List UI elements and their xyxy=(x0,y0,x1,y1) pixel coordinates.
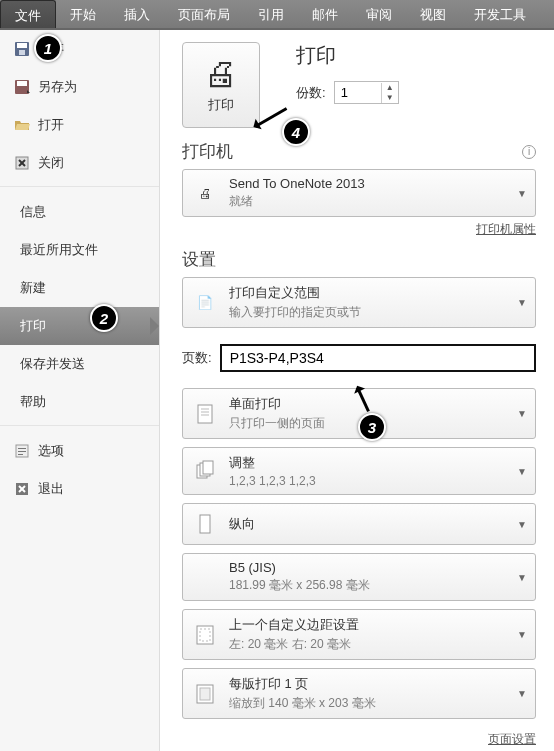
pages-input[interactable] xyxy=(220,344,536,372)
ribbon-tab-dev[interactable]: 开发工具 xyxy=(460,0,540,28)
range-sub: 输入要打印的指定页或节 xyxy=(229,304,507,321)
sidebar-item-label: 帮助 xyxy=(20,393,46,411)
paper-selector[interactable]: B5 (JIS) 181.99 毫米 x 256.98 毫米 ▼ xyxy=(182,553,536,601)
printer-icon: 🖨 xyxy=(204,56,238,90)
pages-per-sheet-icon xyxy=(191,680,219,708)
chevron-down-icon: ▼ xyxy=(517,688,527,699)
sidebar-item-saveas[interactable]: 另存为 xyxy=(0,68,159,106)
ribbon-tab-mail[interactable]: 邮件 xyxy=(298,0,352,28)
ribbon-tab-file[interactable]: 文件 xyxy=(0,0,56,28)
printer-small-icon: 🖨 xyxy=(191,179,219,207)
callout-4: 4 xyxy=(282,118,310,146)
print-range-selector[interactable]: 📄 打印自定义范围 输入要打印的指定页或节 ▼ xyxy=(182,277,536,328)
callout-3: 3 xyxy=(358,413,386,441)
svg-rect-2 xyxy=(19,50,25,55)
pages-label: 页数: xyxy=(182,349,212,367)
callout-1: 1 xyxy=(34,34,62,62)
collate-title: 调整 xyxy=(229,454,507,472)
ribbon: 文件 开始 插入 页面布局 引用 邮件 审阅 视图 开发工具 xyxy=(0,0,554,30)
ribbon-tab-review[interactable]: 审阅 xyxy=(352,0,406,28)
single-side-icon xyxy=(191,400,219,428)
scale-selector[interactable]: 每版打印 1 页 缩放到 140 毫米 x 203 毫米 ▼ xyxy=(182,668,536,719)
sidebar-item-label: 退出 xyxy=(38,480,64,498)
sidebar-item-exit[interactable]: 退出 xyxy=(0,470,159,508)
chevron-down-icon: ▼ xyxy=(517,297,527,308)
ribbon-tab-home[interactable]: 开始 xyxy=(56,0,110,28)
sidebar-item-label: 信息 xyxy=(20,203,46,221)
chevron-down-icon: ▼ xyxy=(517,572,527,583)
paper-sub: 181.99 毫米 x 256.98 毫米 xyxy=(229,577,507,594)
sidebar-item-new[interactable]: 新建 xyxy=(0,269,159,307)
sidebar-item-open[interactable]: 打开 xyxy=(0,106,159,144)
sidebar-item-options[interactable]: 选项 xyxy=(0,432,159,470)
print-button[interactable]: 🖨 打印 xyxy=(182,42,260,128)
collate-selector[interactable]: 调整 1,2,3 1,2,3 1,2,3 ▼ xyxy=(182,447,536,495)
sidebar-item-save-send[interactable]: 保存并发送 xyxy=(0,345,159,383)
svg-rect-16 xyxy=(198,405,212,423)
orientation-selector[interactable]: 纵向 ▼ xyxy=(182,503,536,545)
orientation-title: 纵向 xyxy=(229,515,507,533)
copies-spinner[interactable]: ▲▼ xyxy=(334,81,399,104)
svg-rect-27 xyxy=(200,688,210,700)
chevron-down-icon: ▼ xyxy=(517,466,527,477)
info-icon[interactable]: i xyxy=(522,145,536,159)
margins-title: 上一个自定义边距设置 xyxy=(229,616,507,634)
ribbon-tab-layout[interactable]: 页面布局 xyxy=(164,0,244,28)
printer-selector[interactable]: 🖨 Send To OneNote 2013 就绪 ▼ xyxy=(182,169,536,217)
ribbon-tab-ref[interactable]: 引用 xyxy=(244,0,298,28)
svg-rect-1 xyxy=(17,43,27,48)
svg-rect-11 xyxy=(18,451,26,452)
printer-properties-link[interactable]: 打印机属性 xyxy=(476,222,536,236)
exit-icon xyxy=(14,481,30,497)
page-setup-link[interactable]: 页面设置 xyxy=(488,732,536,746)
sidebar-item-save[interactable]: 保存 xyxy=(0,30,159,68)
sidebar-item-print[interactable]: 打印 xyxy=(0,307,159,345)
sidebar-item-recent[interactable]: 最近所用文件 xyxy=(0,231,159,269)
saveas-icon xyxy=(14,79,30,95)
sidebar-item-label: 打印 xyxy=(20,317,46,335)
portrait-icon xyxy=(191,510,219,538)
sidebar-item-help[interactable]: 帮助 xyxy=(0,383,159,421)
callout-2: 2 xyxy=(90,304,118,332)
chevron-down-icon: ▼ xyxy=(517,188,527,199)
svg-rect-10 xyxy=(18,448,26,449)
sidebar-item-label: 新建 xyxy=(20,279,46,297)
folder-open-icon xyxy=(14,117,30,133)
save-icon xyxy=(14,41,30,57)
margins-selector[interactable]: 上一个自定义边距设置 左: 20 毫米 右: 20 毫米 ▼ xyxy=(182,609,536,660)
collate-icon xyxy=(191,457,219,485)
print-button-label: 打印 xyxy=(208,96,234,114)
svg-rect-23 xyxy=(200,515,210,533)
sidebar-item-label: 另存为 xyxy=(38,78,77,96)
sidebar-item-label: 打开 xyxy=(38,116,64,134)
ribbon-tab-insert[interactable]: 插入 xyxy=(110,0,164,28)
paper-title: B5 (JIS) xyxy=(229,560,507,575)
backstage-sidebar: 保存 另存为 打开 关闭 信息 最近所用文件 新建 打印 保存并发送 帮助 选项… xyxy=(0,30,160,751)
print-heading-group: 打印 份数: ▲▼ xyxy=(296,42,399,104)
copies-input[interactable] xyxy=(335,82,381,103)
collate-sub: 1,2,3 1,2,3 1,2,3 xyxy=(229,474,507,488)
printer-name: Send To OneNote 2013 xyxy=(229,176,507,191)
printer-section-title: 打印机 xyxy=(182,140,233,163)
main: 保存 另存为 打开 关闭 信息 最近所用文件 新建 打印 保存并发送 帮助 选项… xyxy=(0,30,554,751)
close-file-icon xyxy=(14,155,30,171)
svg-rect-22 xyxy=(203,461,213,474)
divider xyxy=(0,186,159,187)
svg-rect-4 xyxy=(17,81,27,86)
sidebar-item-label: 选项 xyxy=(38,442,64,460)
printer-status: 就绪 xyxy=(229,193,507,210)
print-heading: 打印 xyxy=(296,42,399,69)
options-icon xyxy=(14,443,30,459)
divider xyxy=(0,425,159,426)
scale-sub: 缩放到 140 毫米 x 203 毫米 xyxy=(229,695,507,712)
ribbon-tab-view[interactable]: 视图 xyxy=(406,0,460,28)
sidebar-item-close[interactable]: 关闭 xyxy=(0,144,159,182)
spinner-up-icon[interactable]: ▲ xyxy=(382,83,398,93)
svg-rect-12 xyxy=(18,454,23,455)
sidebar-item-info[interactable]: 信息 xyxy=(0,193,159,231)
settings-title: 设置 xyxy=(182,248,216,271)
margins-icon xyxy=(191,621,219,649)
sidebar-item-label: 保存并发送 xyxy=(20,355,85,373)
spinner-down-icon[interactable]: ▼ xyxy=(382,93,398,103)
chevron-down-icon: ▼ xyxy=(517,629,527,640)
